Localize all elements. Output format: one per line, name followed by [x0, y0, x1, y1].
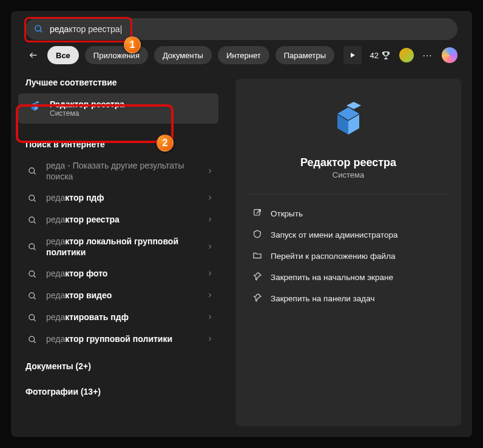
user-avatar[interactable]	[399, 48, 414, 62]
registry-editor-icon	[27, 101, 42, 116]
search-icon	[27, 242, 38, 252]
web-result-text: реда - Показать другие результаты поиска	[46, 161, 198, 182]
svg-marker-3	[351, 53, 355, 58]
web-result-text: редактор реестра	[46, 215, 198, 226]
chevron-right-icon	[206, 242, 214, 253]
svg-line-1	[40, 30, 42, 32]
svg-point-22	[29, 336, 34, 341]
preview-action[interactable]: Закрепить на панели задач	[250, 288, 447, 309]
svg-line-21	[33, 319, 35, 321]
action-label: Перейти к расположению файла	[271, 252, 396, 261]
web-result-text: редактировать пдф	[46, 312, 198, 323]
tab-settings[interactable]: Параметры	[275, 46, 334, 64]
search-icon	[27, 313, 38, 323]
svg-point-8	[29, 168, 34, 173]
svg-line-19	[33, 297, 35, 299]
chevron-right-icon	[206, 290, 214, 301]
play-button[interactable]	[343, 46, 362, 64]
web-result-item[interactable]: редактор фото	[11, 263, 225, 285]
web-result-item[interactable]: редактор групповой политики	[11, 329, 225, 350]
action-label: Закрепить на начальном экране	[271, 273, 393, 282]
web-result-text: редактор групповой политики	[46, 334, 198, 345]
best-match-header: Лучшее соответствие	[11, 72, 225, 93]
web-result-text: редактор фото	[46, 269, 198, 279]
web-result-item[interactable]: редактор локальной групповой политики	[11, 231, 225, 263]
svg-point-0	[35, 25, 41, 31]
svg-point-14	[29, 244, 34, 249]
web-result-text: редактор пдф	[46, 193, 198, 204]
svg-point-16	[29, 270, 34, 276]
chevron-right-icon	[206, 312, 214, 323]
play-icon	[349, 52, 356, 59]
preview-action[interactable]: Запуск от имени администратора	[250, 224, 447, 246]
admin-icon	[252, 229, 262, 241]
chevron-right-icon	[206, 215, 214, 226]
chevron-right-icon	[206, 334, 214, 345]
results-list: Лучшее соответствие Редактор реестра Сис…	[11, 72, 225, 437]
svg-line-11	[33, 199, 35, 201]
search-query-text: редактор реестра	[50, 24, 121, 34]
search-icon	[27, 167, 38, 176]
web-result-item[interactable]: редактировать пдф	[11, 307, 225, 329]
photos-header[interactable]: Фотографии (13+)	[11, 381, 225, 403]
search-icon	[27, 270, 38, 279]
web-result-text: редактор локальной групповой политики	[46, 236, 198, 258]
tab-internet[interactable]: Интернет	[218, 46, 269, 64]
action-label: Запуск от имени администратора	[271, 230, 398, 239]
annotation-badge-2: 2	[157, 135, 174, 152]
back-button[interactable]	[25, 47, 41, 63]
web-result-item[interactable]: реда - Показать другие результаты поиска	[11, 155, 225, 187]
web-result-item[interactable]: редактор видео	[11, 285, 225, 307]
best-match-title: Редактор реестра	[50, 99, 124, 109]
search-input[interactable]: редактор реестра	[25, 18, 458, 40]
copilot-button[interactable]	[442, 47, 458, 63]
preview-subtitle: Система	[333, 170, 364, 179]
preview-panel: Редактор реестра Система ОткрытьЗапуск о…	[235, 79, 461, 426]
search-icon	[27, 292, 38, 301]
pin-icon	[252, 293, 262, 304]
svg-marker-7	[35, 101, 39, 103]
preview-action[interactable]: Перейти к расположению файла	[250, 246, 447, 267]
tab-all[interactable]: Все	[47, 46, 79, 64]
chevron-right-icon	[206, 166, 214, 177]
search-icon	[27, 335, 38, 344]
search-icon	[34, 24, 44, 34]
preview-app-icon	[325, 98, 372, 145]
best-match-subtitle: Система	[50, 109, 124, 118]
chevron-right-icon	[206, 193, 214, 204]
preview-action[interactable]: Открыть	[250, 203, 447, 224]
preview-action[interactable]: Закрепить на начальном экране	[250, 267, 447, 288]
pin-icon	[252, 272, 262, 283]
web-result-item[interactable]: редактор реестра	[11, 209, 225, 231]
action-label: Открыть	[271, 209, 303, 218]
web-result-item[interactable]: редактор пдф	[11, 187, 225, 209]
arrow-left-icon	[29, 50, 38, 60]
svg-line-9	[33, 172, 35, 174]
chevron-right-icon	[206, 269, 214, 279]
web-result-text: редактор видео	[46, 290, 198, 301]
web-search-header: Поиск в Интернете	[11, 133, 225, 155]
open-icon	[252, 208, 262, 219]
svg-point-18	[29, 292, 34, 298]
tab-documents[interactable]: Документы	[154, 46, 212, 64]
search-icon	[27, 216, 38, 225]
documents-header[interactable]: Документы (2+)	[11, 355, 225, 377]
svg-rect-28	[254, 210, 260, 215]
svg-point-20	[29, 314, 34, 319]
svg-line-15	[33, 248, 35, 250]
divider	[250, 194, 447, 195]
more-menu[interactable]: ⋯	[422, 50, 433, 61]
svg-line-13	[33, 221, 35, 223]
svg-point-12	[29, 216, 34, 222]
svg-line-17	[33, 275, 35, 277]
loc-icon	[252, 250, 262, 262]
best-match-item[interactable]: Редактор реестра Система	[18, 93, 218, 124]
svg-point-10	[29, 195, 34, 200]
annotation-badge-1: 1	[124, 36, 141, 53]
svg-line-23	[33, 341, 35, 343]
rewards-points[interactable]: 42	[370, 50, 391, 60]
trophy-icon	[381, 50, 391, 60]
action-label: Закрепить на панели задач	[271, 294, 374, 303]
search-icon	[27, 194, 38, 203]
preview-title: Редактор реестра	[300, 156, 396, 169]
